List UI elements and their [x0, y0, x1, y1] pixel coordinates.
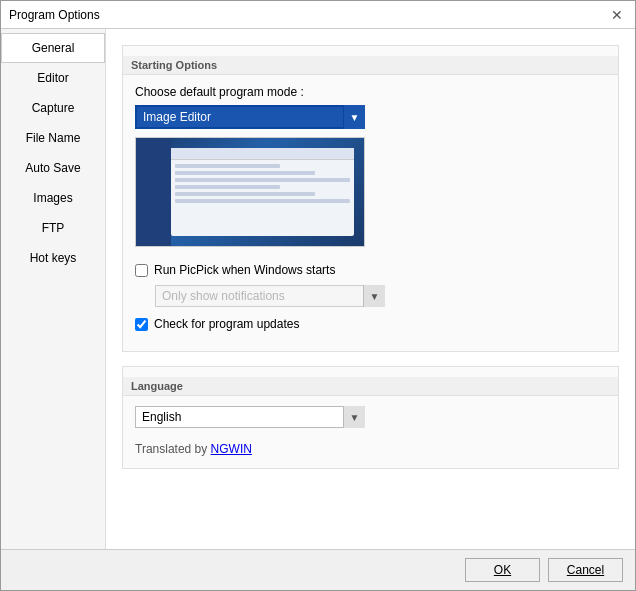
starting-options-title: Starting Options: [123, 56, 618, 75]
sidebar-item-hotkeys[interactable]: Hot keys: [1, 243, 105, 273]
mode-select[interactable]: Image Editor: [135, 105, 365, 129]
cancel-label: Cancel: [567, 563, 604, 577]
preview-line-4: [175, 185, 280, 189]
sidebar-item-images[interactable]: Images: [1, 183, 105, 213]
preview-line-5: [175, 192, 315, 196]
program-options-window: Program Options ✕ General Editor Capture…: [0, 0, 636, 591]
mode-select-wrapper: Image Editor ▼: [135, 105, 365, 129]
close-button[interactable]: ✕: [607, 5, 627, 25]
run-picpick-checkbox[interactable]: [135, 264, 148, 277]
sidebar-item-ftp[interactable]: FTP: [1, 213, 105, 243]
window-title: Program Options: [9, 8, 100, 22]
translated-by-row: Translated by NGWIN: [135, 442, 606, 456]
translator-link[interactable]: NGWIN: [211, 442, 252, 456]
sidebar-item-filename[interactable]: File Name: [1, 123, 105, 153]
run-picpick-row: Run PicPick when Windows starts: [135, 263, 606, 277]
title-bar: Program Options ✕: [1, 1, 635, 29]
sidebar-item-editor[interactable]: Editor: [1, 63, 105, 93]
preview-content: [171, 148, 354, 236]
sidebar-item-autosave[interactable]: Auto Save: [1, 153, 105, 183]
preview-line-3: [175, 178, 350, 182]
preview-line-6: [175, 199, 350, 203]
check-updates-checkbox[interactable]: [135, 318, 148, 331]
translated-by-label: Translated by: [135, 442, 211, 456]
starting-options-section: Starting Options Choose default program …: [122, 45, 619, 352]
language-title: Language: [123, 377, 618, 396]
ok-button[interactable]: OK: [465, 558, 540, 582]
cancel-button[interactable]: Cancel: [548, 558, 623, 582]
notifications-select-wrapper: Only show notifications ▼: [155, 285, 385, 307]
run-picpick-label[interactable]: Run PicPick when Windows starts: [154, 263, 335, 277]
sidebar: General Editor Capture File Name Auto Sa…: [1, 29, 106, 549]
check-updates-row: Check for program updates: [135, 317, 606, 331]
language-section: Language English ▼ Translated by NGWIN: [122, 366, 619, 469]
preview-sidebar: [136, 138, 171, 246]
language-select[interactable]: English: [135, 406, 365, 428]
notifications-select[interactable]: Only show notifications: [155, 285, 385, 307]
window-body: General Editor Capture File Name Auto Sa…: [1, 29, 635, 549]
main-content: Starting Options Choose default program …: [106, 29, 635, 549]
language-select-wrapper: English ▼: [135, 406, 365, 428]
footer: OK Cancel: [1, 549, 635, 590]
sidebar-item-general[interactable]: General: [1, 33, 105, 63]
preview-area: [171, 160, 354, 210]
ok-label: OK: [494, 563, 511, 577]
preview-line-2: [175, 171, 315, 175]
mode-preview-image: [135, 137, 365, 247]
preview-topbar: [171, 148, 354, 160]
sidebar-item-capture[interactable]: Capture: [1, 93, 105, 123]
check-updates-label[interactable]: Check for program updates: [154, 317, 299, 331]
choose-mode-label: Choose default program mode :: [135, 85, 606, 99]
preview-line-1: [175, 164, 280, 168]
